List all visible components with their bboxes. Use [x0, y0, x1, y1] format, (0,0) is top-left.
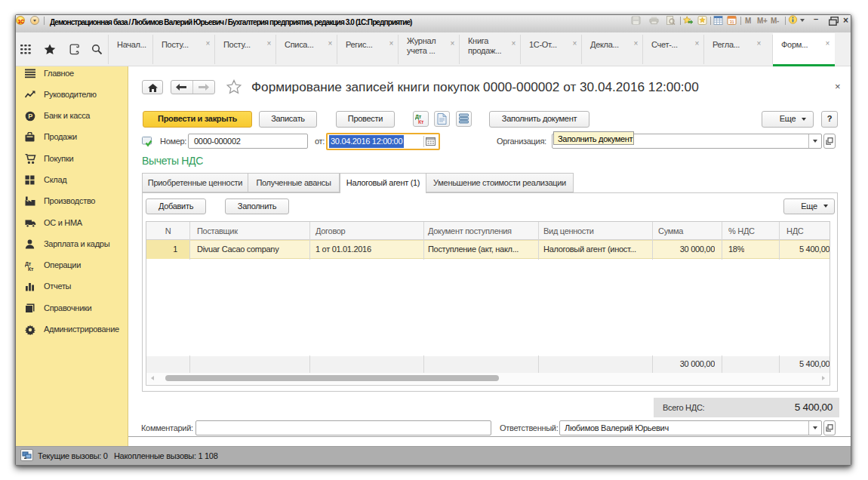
svg-text:Кт: Кт [418, 119, 424, 125]
svg-text:31: 31 [729, 20, 734, 24]
svg-text:P: P [28, 112, 32, 120]
svg-text:Кт: Кт [28, 266, 34, 272]
